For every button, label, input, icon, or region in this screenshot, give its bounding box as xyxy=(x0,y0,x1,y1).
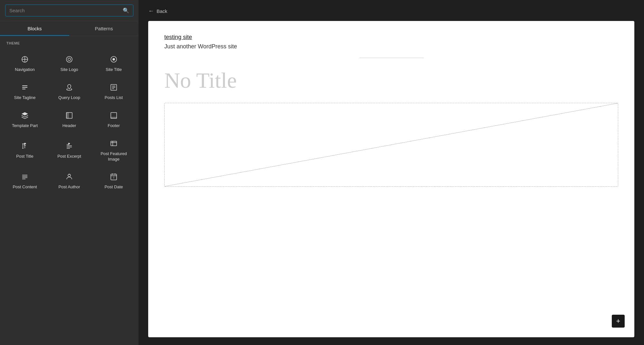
block-item-posts-list[interactable]: Posts List xyxy=(92,78,135,105)
back-button[interactable]: ← Back xyxy=(148,8,634,15)
block-item-site-title[interactable]: Site Title xyxy=(92,50,135,77)
search-box: 🔍 xyxy=(5,5,133,16)
back-arrow-icon: ← xyxy=(148,8,154,15)
block-item-post-title[interactable]: P Post Title xyxy=(3,134,46,167)
header-icon xyxy=(65,112,73,121)
block-item-site-tagline[interactable]: Site Tagline xyxy=(3,78,46,105)
svg-rect-15 xyxy=(66,113,69,118)
footer-icon xyxy=(110,112,118,121)
post-title-icon: P xyxy=(21,142,29,151)
tab-patterns[interactable]: Patterns xyxy=(69,21,139,36)
back-label: Back xyxy=(157,8,167,14)
post-date-icon: 2 xyxy=(110,173,118,182)
block-label-site-logo: Site Logo xyxy=(61,67,78,73)
post-author-icon xyxy=(65,173,73,182)
header-divider xyxy=(359,58,424,58)
site-tagline-icon xyxy=(21,84,29,93)
block-label-post-title: Post Title xyxy=(16,154,33,159)
block-item-header[interactable]: Header xyxy=(48,106,91,133)
block-item-post-excerpt[interactable]: P Post Excerpt xyxy=(48,134,91,167)
block-label-header: Header xyxy=(62,123,76,129)
template-part-icon xyxy=(21,112,29,121)
navigation-icon xyxy=(21,55,29,64)
block-label-post-excerpt: Post Excerpt xyxy=(57,154,81,159)
block-label-post-author: Post Author xyxy=(58,184,80,190)
block-item-post-featured-image[interactable]: Post Featured Image xyxy=(92,134,135,167)
block-item-footer[interactable]: Footer xyxy=(92,106,135,133)
svg-text:2: 2 xyxy=(113,176,114,179)
block-label-post-content: Post Content xyxy=(13,184,37,190)
svg-rect-17 xyxy=(111,117,117,118)
add-block-button[interactable]: + xyxy=(612,315,625,328)
preview-area: testing site Just another WordPress site… xyxy=(148,21,634,337)
search-input[interactable] xyxy=(9,8,123,13)
search-container: 🔍 xyxy=(0,0,139,21)
right-panel: ← Back testing site Just another WordPre… xyxy=(139,0,644,345)
block-label-site-title: Site Title xyxy=(106,67,122,73)
site-title-icon xyxy=(110,55,118,64)
query-loop-icon xyxy=(65,84,73,93)
post-excerpt-icon: P xyxy=(65,142,73,151)
post-title-preview: No Title xyxy=(164,68,618,93)
site-title-link[interactable]: testing site xyxy=(164,34,618,41)
svg-point-6 xyxy=(113,58,115,60)
tab-blocks[interactable]: Blocks xyxy=(0,21,69,36)
section-label: THEME xyxy=(0,36,139,48)
svg-text:P: P xyxy=(24,143,26,145)
block-item-post-date[interactable]: 2 Post Date xyxy=(92,168,135,194)
svg-rect-29 xyxy=(111,141,117,146)
posts-list-icon xyxy=(110,84,118,93)
block-item-site-logo[interactable]: Site Logo xyxy=(48,50,91,77)
block-label-posts-list: Posts List xyxy=(105,95,123,101)
block-label-footer: Footer xyxy=(108,123,120,129)
block-item-post-author[interactable]: Post Author xyxy=(48,168,91,194)
site-logo-icon xyxy=(65,55,73,64)
svg-point-4 xyxy=(68,58,71,61)
site-tagline: Just another WordPress site xyxy=(164,43,618,50)
block-item-query-loop[interactable]: Query Loop xyxy=(48,78,91,105)
block-label-site-tagline: Site Tagline xyxy=(14,95,36,101)
blocks-grid: Navigation Site Logo Site Title xyxy=(0,48,139,197)
block-label-post-featured-image: Post Featured Image xyxy=(95,151,133,162)
block-item-template-part[interactable]: Template Part xyxy=(3,106,46,133)
block-label-template-part: Template Part xyxy=(12,123,38,129)
block-label-post-date: Post Date xyxy=(104,184,123,190)
block-label-query-loop: Query Loop xyxy=(58,95,80,101)
search-icon: 🔍 xyxy=(123,7,129,14)
post-featured-image-icon xyxy=(110,140,118,149)
tabs-container: Blocks Patterns xyxy=(0,21,139,36)
svg-text:P: P xyxy=(68,143,70,145)
post-content-icon xyxy=(21,173,29,182)
block-label-navigation: Navigation xyxy=(15,67,34,73)
svg-point-3 xyxy=(66,56,72,62)
left-panel: 🔍 Blocks Patterns THEME Navigation xyxy=(0,0,139,345)
block-item-navigation[interactable]: Navigation xyxy=(3,50,46,77)
query-loop-placeholder xyxy=(164,103,618,187)
block-item-post-content[interactable]: Post Content xyxy=(3,168,46,194)
